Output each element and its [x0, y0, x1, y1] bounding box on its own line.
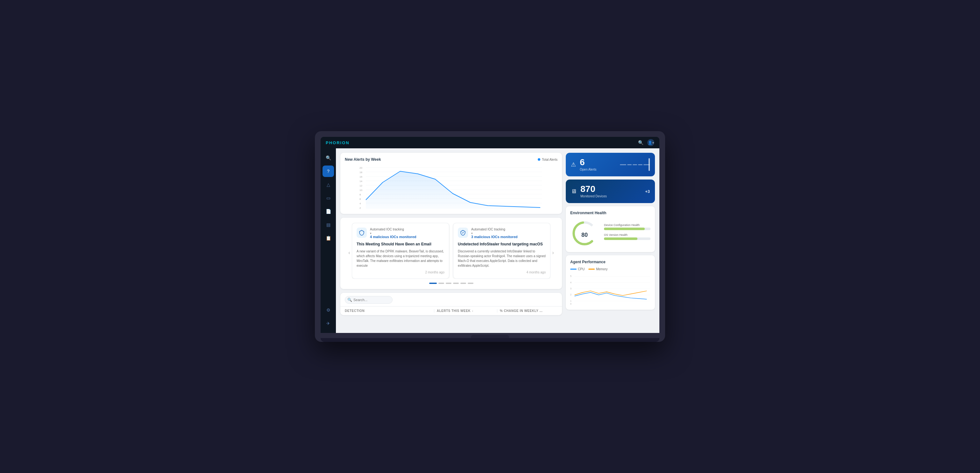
open-alerts-card: ⚠ 6 Open Alerts [566, 153, 655, 176]
carousel-dot-2[interactable] [438, 283, 444, 284]
devices-icon: ▭ [326, 195, 331, 200]
gauge-container: 80 [570, 219, 599, 248]
chevron-down-icon: ▾ [652, 141, 654, 144]
health-bar-os-label: OS Version Health [604, 233, 651, 236]
alert-icon: ⚠ [571, 161, 576, 168]
sidebar-item-reports[interactable]: 📄 [323, 206, 334, 217]
laptop-foot [321, 338, 659, 342]
carousel-inner: Automated IOC tracking ▾ 4 malicious IOC… [352, 223, 550, 279]
news-card-2-date: 4 months ago [458, 271, 546, 274]
app-logo: PHORION [326, 140, 350, 145]
logs-icon: ▤ [326, 222, 331, 227]
mem-legend-label: Memory [596, 267, 608, 271]
svg-text:4: 4 [570, 281, 571, 284]
gauge-value: 80 [581, 232, 588, 238]
carousel-dot-1[interactable] [429, 283, 437, 284]
news-card-2-desc: Discovered a currently undetected InfoSt… [458, 249, 546, 268]
device-count: 870 [581, 185, 641, 194]
svg-text:4: 4 [360, 202, 361, 205]
legend-cpu: CPU [570, 267, 585, 271]
news-shield-icon-2 [458, 228, 468, 238]
topbar: PHORION 🔍 👤 ▾ [321, 137, 659, 148]
laptop-notch [471, 335, 509, 338]
svg-text:8: 8 [360, 193, 361, 196]
send-icon: ✈ [326, 321, 330, 326]
svg-text:6: 6 [360, 198, 361, 200]
news-card-2-ioc-count: 3 malicious IOCs monitored [471, 235, 517, 239]
chart-legend: Total Alerts [538, 158, 557, 161]
user-icon: 👤 [648, 141, 652, 145]
carousel-dot-6[interactable] [468, 283, 473, 284]
env-health-card: Environment Health 80 [566, 206, 655, 252]
carousel-prev-button[interactable]: ‹ [345, 249, 353, 256]
dash-2 [627, 164, 632, 165]
perf-svg: 5 4 3 2 1 0 [570, 273, 651, 305]
agent-perf-title: Agent Performance [570, 260, 651, 264]
carousel-next-button[interactable]: › [549, 249, 557, 256]
news-card-1-date: 2 months ago [356, 271, 444, 274]
sidebar-item-dashboard[interactable]: ? [323, 165, 334, 177]
settings-icon: ⚙ [326, 308, 331, 313]
chart-svg: 20 18 16 14 12 10 8 6 4 2 [345, 165, 557, 210]
app-body: 🔍 ? △ ▭ 📄 ▤ 📋 [321, 148, 659, 333]
sidebar: 🔍 ? △ ▭ 📄 ▤ 📋 [321, 148, 336, 333]
news-shield-icon-1 [356, 228, 367, 238]
news-card-1-header: Automated IOC tracking ▾ 4 malicious IOC… [356, 228, 444, 239]
health-bars: Device Configuration Health OS Version H… [604, 224, 651, 243]
user-avatar[interactable]: 👤 ▾ [647, 139, 654, 146]
news-card-2-header: Automated IOC tracking ▾ 3 malicious IOC… [458, 228, 546, 239]
laptop-screen: PHORION 🔍 👤 ▾ 🔍 ? △ [321, 137, 659, 333]
right-column: ⚠ 6 Open Alerts [566, 153, 655, 329]
agent-legend: CPU Memory [570, 267, 651, 271]
sidebar-item-alerts[interactable]: △ [323, 179, 334, 190]
news-carousel-card: ‹ [340, 218, 562, 289]
env-health-body: 80 Device Configuration Health [570, 219, 651, 248]
agent-perf-card: Agent Performance CPU Memory [566, 255, 655, 310]
sidebar-item-settings[interactable]: ⚙ [323, 304, 334, 316]
sidebar-item-search[interactable]: 🔍 [323, 152, 334, 163]
carousel-dot-4[interactable] [453, 283, 459, 284]
col-divider-2 [497, 309, 497, 313]
news-card-2-dropdown: ▾ [471, 232, 517, 235]
news-card-1-dropdown: ▾ [370, 232, 416, 235]
col-change: % CHANGE IN WEEKLY ... [500, 309, 557, 313]
table-header: DETECTION ALERTS THIS WEEK ↓ % CHANGE IN… [340, 306, 562, 315]
health-bar-config-track [604, 228, 651, 230]
svg-text:2: 2 [570, 294, 571, 296]
news-card-1-ioc-count: 4 malicious IOCs monitored [370, 235, 416, 239]
svg-text:14: 14 [360, 180, 362, 183]
mem-legend-line [589, 269, 595, 270]
svg-text:18: 18 [360, 171, 362, 174]
svg-text:5: 5 [570, 275, 571, 277]
health-bar-os-fill [604, 238, 637, 240]
chart-title: New Alerts by Week [345, 157, 381, 162]
device-label: Monitored Devices [581, 194, 641, 198]
dash-3 [633, 164, 637, 165]
news-card-1-ioc: Automated IOC tracking ▾ 4 malicious IOC… [370, 228, 416, 239]
search-input-wrapper: 🔍 [345, 296, 393, 304]
sidebar-item-tasks[interactable]: 📋 [323, 232, 334, 244]
carousel-dot-3[interactable] [446, 283, 452, 284]
svg-text:20: 20 [360, 167, 362, 169]
carousel-dot-5[interactable] [460, 283, 466, 284]
news-card-1-title: This Meeting Should Have Been an Email [356, 242, 444, 247]
sidebar-item-devices[interactable]: ▭ [323, 192, 334, 204]
cpu-legend-line [570, 269, 577, 270]
tasks-icon: 📋 [326, 235, 331, 241]
news-card-2-title: Undetected InfoStealer found targeting m… [458, 242, 546, 247]
news-card-1: Automated IOC tracking ▾ 4 malicious IOC… [352, 223, 449, 279]
col-alerts-label: ALERTS THIS WEEK [437, 309, 471, 313]
laptop-base [321, 333, 659, 338]
svg-text:0: 0 [570, 303, 571, 305]
carousel-area: ‹ [345, 223, 557, 284]
dash-1 [620, 164, 626, 165]
devices-card: 🖥 870 Monitored Devices +3 [566, 179, 655, 203]
sidebar-item-send[interactable]: ✈ [323, 317, 334, 329]
sort-arrow-icon[interactable]: ↓ [472, 309, 473, 312]
svg-text:16: 16 [360, 175, 362, 178]
sidebar-item-logs[interactable]: ▤ [323, 219, 334, 230]
health-bar-config: Device Configuration Health [604, 224, 651, 230]
legend-memory: Memory [589, 267, 608, 271]
cpu-legend-label: CPU [578, 267, 585, 271]
search-icon[interactable]: 🔍 [638, 140, 643, 145]
